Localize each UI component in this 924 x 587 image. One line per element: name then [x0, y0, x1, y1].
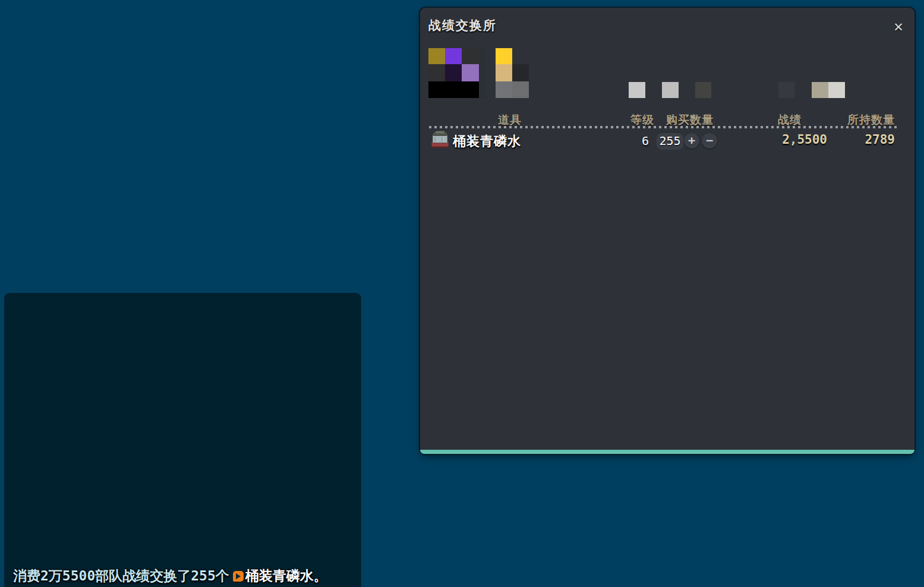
mosaic-tile	[662, 82, 679, 98]
item-level: 6	[642, 134, 649, 148]
close-icon[interactable]: ✕	[890, 18, 907, 36]
mosaic-tile	[479, 48, 487, 98]
game-screen: { "window": { "title": "战绩交换所", "close_g…	[0, 0, 924, 587]
mosaic-tile	[445, 64, 462, 81]
mosaic-tile	[445, 48, 462, 64]
chat-consume-text: 消费2万5500部队战绩交换了255个	[13, 568, 229, 583]
mosaic-tile	[462, 64, 479, 81]
header-separator	[429, 126, 898, 128]
mosaic-tile	[496, 64, 512, 81]
item-link-icon[interactable]	[233, 571, 244, 582]
table-row[interactable]: 桶装青磷水 6 + − 2,5500 2789	[420, 129, 914, 152]
dialog-title: 战绩交换所	[428, 17, 497, 34]
mosaic-tile	[496, 48, 512, 64]
item-score-cost: 2,5500	[782, 132, 827, 147]
mosaic-tile	[828, 82, 845, 98]
mosaic-tile	[512, 64, 529, 81]
item-name[interactable]: 桶装青磷水	[453, 132, 521, 150]
chat-message: 消费2万5500部队战绩交换了255个桶装青磷水。	[13, 566, 345, 586]
exchange-dialog: 战绩交换所 ✕ 道具 等级 购买数量 战绩 所持数量 桶装青磷水 6 + − 2…	[420, 8, 914, 454]
mosaic-tile	[629, 82, 645, 98]
dialog-accent-bar	[420, 450, 914, 454]
purchase-qty-input[interactable]	[656, 132, 684, 150]
ceruleum-tank-icon	[430, 130, 450, 150]
decrement-button[interactable]: −	[702, 133, 717, 149]
mosaic-tile	[695, 82, 711, 98]
chat-log-panel: 消费2万5500部队战绩交换了255个桶装青磷水。	[4, 293, 361, 587]
mosaic-tile	[462, 48, 479, 64]
mosaic-tile	[778, 82, 794, 98]
mosaic-tile	[812, 82, 828, 98]
mosaic-tile	[428, 48, 445, 64]
increment-button[interactable]: +	[684, 133, 699, 149]
mosaic-tile	[428, 81, 479, 98]
item-held-qty: 2789	[865, 132, 895, 147]
item-link-arrow	[236, 573, 241, 579]
mosaic-tile	[496, 81, 512, 98]
mosaic-tile	[512, 81, 529, 98]
mosaic-tile	[428, 64, 445, 81]
chat-item-link-text[interactable]: 桶装青磷水。	[245, 568, 327, 583]
